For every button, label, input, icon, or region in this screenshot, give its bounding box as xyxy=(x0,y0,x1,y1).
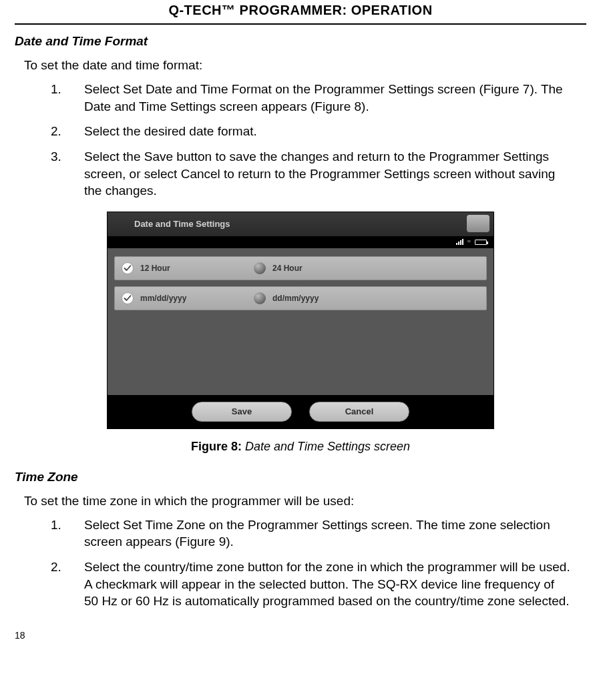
step-number: 2. xyxy=(51,559,72,576)
list-item: 2.Select the country/time zone button fo… xyxy=(51,559,572,610)
device-body: 12 Hour 24 Hour mm/dd/yyyy xyxy=(108,248,493,395)
radio-icon xyxy=(254,262,266,274)
section-date-time-format-title: Date and Time Format xyxy=(15,34,586,49)
device-screen: Date and Time Settings ⌔ 12 Hour xyxy=(107,212,494,429)
checkmark-icon xyxy=(122,262,134,274)
step-number: 2. xyxy=(51,123,72,140)
step-number: 1. xyxy=(51,81,72,98)
time-format-row: 12 Hour 24 Hour xyxy=(114,256,487,280)
option-ddmmyyyy[interactable]: dd/mm/yyyy xyxy=(254,292,354,304)
step-text: Select the country/time zone button for … xyxy=(84,560,570,608)
checkmark-icon xyxy=(122,292,134,304)
connector-icon xyxy=(467,215,489,232)
step-number: 1. xyxy=(51,516,72,534)
step-text: Select the desired date format. xyxy=(84,124,257,138)
option-label: 24 Hour xyxy=(272,264,303,273)
option-label: mm/dd/yyyy xyxy=(140,294,186,303)
list-item: 1.Select Set Time Zone on the Programmer… xyxy=(51,516,572,551)
section-time-zone-title: Time Zone xyxy=(15,470,586,484)
step-text: Select the Save button to save the chang… xyxy=(84,149,555,198)
list-item: 2.Select the desired date format. xyxy=(51,123,572,140)
radio-icon xyxy=(254,292,266,304)
section2-steps: 1.Select Set Time Zone on the Programmer… xyxy=(51,516,586,610)
section2-intro: To set the time zone in which the progra… xyxy=(24,494,586,508)
step-text: Select Set Date and Time Format on the P… xyxy=(84,82,563,113)
list-item: 1.Select Set Date and Time Format on the… xyxy=(51,81,572,115)
signal-icon xyxy=(456,239,463,245)
option-24-hour[interactable]: 24 Hour xyxy=(254,262,354,274)
save-button[interactable]: Save xyxy=(192,402,292,422)
option-label: dd/mm/yyyy xyxy=(272,294,319,303)
figure-label: Figure 8: xyxy=(191,440,242,453)
step-number: 3. xyxy=(51,148,72,165)
date-format-row: mm/dd/yyyy dd/mm/yyyy xyxy=(114,286,487,310)
section1-steps: 1.Select Set Date and Time Format on the… xyxy=(51,81,586,200)
list-item: 3.Select the Save button to save the cha… xyxy=(51,148,572,200)
page-header: Q-TECH™ PROGRAMMER: OPERATION xyxy=(15,0,586,25)
status-strip: ⌔ xyxy=(108,236,493,248)
step-text: Select Set Time Zone on the Programmer S… xyxy=(84,518,550,549)
device-title: Date and Time Settings xyxy=(134,219,230,229)
option-mmddyyyy[interactable]: mm/dd/yyyy xyxy=(122,292,222,304)
option-label: 12 Hour xyxy=(140,264,170,273)
figure-caption: Figure 8: Date and Time Settings screen xyxy=(107,440,494,454)
page-number: 18 xyxy=(15,630,25,641)
figure-text: Date and Time Settings screen xyxy=(242,440,410,453)
device-button-bar: Save Cancel xyxy=(108,395,493,428)
wifi-icon: ⌔ xyxy=(467,239,471,245)
figure-8: Date and Time Settings ⌔ 12 Hour xyxy=(107,212,494,454)
cancel-button[interactable]: Cancel xyxy=(309,402,409,422)
option-12-hour[interactable]: 12 Hour xyxy=(122,262,222,274)
battery-icon xyxy=(475,240,487,245)
section1-intro: To set the date and time format: xyxy=(24,58,586,73)
device-titlebar: Date and Time Settings xyxy=(108,212,493,236)
